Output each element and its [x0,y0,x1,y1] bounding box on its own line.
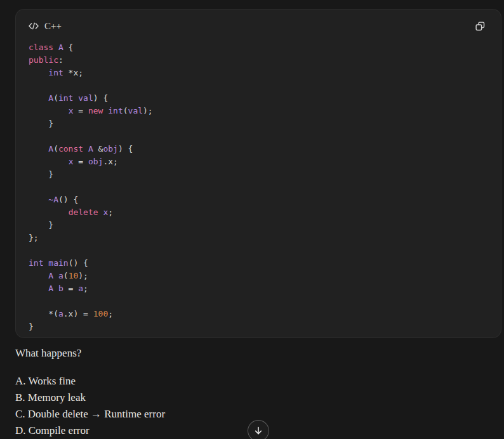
code-line: } [29,117,488,130]
code-line [29,181,488,193]
code-icon [29,22,39,30]
answer-option: C. Double delete → Runtime error [15,406,485,423]
chat-page: C++ class A {public: int *x; A(int val) … [0,0,504,439]
code-line: }; [29,232,488,244]
code-line: A b = a; [29,282,488,295]
code-line: class A { [29,41,488,54]
code-line: } [29,320,488,333]
code-line: delete x; [29,206,488,219]
code-line [29,79,488,92]
arrow-down-icon [253,426,263,436]
code-line: A(const A &obj) { [29,143,488,155]
code-line: } [29,168,488,181]
code-line [29,244,488,257]
scroll-to-bottom-button[interactable] [248,420,269,439]
question-prompt: What happens? [15,346,485,360]
code-block: C++ class A {public: int *x; A(int val) … [15,9,501,338]
code-line: *(a.x) = 100; [29,308,488,320]
code-line: x = obj.x; [29,155,488,168]
code-line: ~A() { [29,193,488,206]
answer-option: B. Memory leak [15,390,485,406]
code-line: A(int val) { [29,92,488,105]
code-line: } [29,219,488,232]
code-block-header: C++ [29,17,488,35]
code-line [29,295,488,308]
code-body: class A {public: int *x; A(int val) { x … [29,41,488,333]
code-line: A a(10); [29,270,488,282]
language-indicator: C++ [29,21,62,32]
language-label: C++ [44,21,62,32]
code-line: int *x; [29,67,488,79]
code-line: int main() { [29,257,488,270]
code-line: x = new int(val); [29,105,488,117]
copy-code-button[interactable] [472,18,488,34]
copy-icon [475,21,486,32]
code-line [29,130,488,143]
answer-option: A. Works fine [15,373,485,390]
code-line: public: [29,54,488,67]
